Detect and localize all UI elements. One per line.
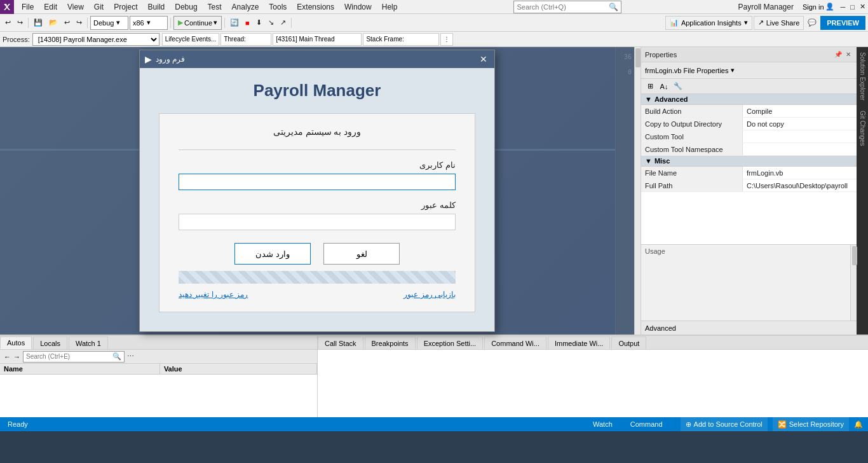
tab-output[interactable]: Output: [611, 336, 646, 349]
feedback-btn[interactable]: 💬: [805, 16, 819, 30]
source-control-icon: ⊕: [686, 420, 691, 429]
forward-btn[interactable]: ↪: [15, 16, 25, 30]
nav-back-icon[interactable]: ←: [4, 353, 11, 361]
debug-bottom-tabs: Autos Locals Watch 1: [0, 336, 317, 350]
build-action-name: Build Action: [641, 105, 743, 117]
menu-help[interactable]: Help: [377, 1, 403, 13]
menu-debug[interactable]: Debug: [170, 1, 202, 13]
stack-frame[interactable]: Stack Frame:: [363, 33, 439, 46]
pin-button[interactable]: 📌: [834, 50, 843, 59]
dialog-overlay: ▶ فرم ورود ✕ Payroll Manager ورود به سیس…: [0, 47, 634, 335]
process-selector[interactable]: [14308] Payroll Manager.exe: [32, 33, 159, 46]
process-bar: Process: [14308] Payroll Manager.exe Lif…: [0, 32, 868, 47]
menu-extensions[interactable]: Extensions: [292, 1, 339, 13]
build-action-value[interactable]: Compile: [743, 105, 857, 117]
thread-lifecycle[interactable]: Lifecycle Events...: [162, 33, 220, 46]
password-group: کلمه عبور: [179, 200, 456, 230]
full-path-prop-value: C:\Users\Rasoul\Desktop\payroll: [743, 179, 857, 191]
restore-button[interactable]: □: [848, 0, 857, 14]
tab-immediate[interactable]: Immediate Wi...: [548, 336, 610, 349]
select-repository-button[interactable]: 🔀 Select Repository: [773, 417, 849, 431]
nav-forward-icon[interactable]: →: [13, 353, 20, 361]
cancel-button[interactable]: لغو: [323, 243, 400, 265]
undo-btn[interactable]: ↩: [62, 16, 72, 30]
close-panel-button[interactable]: ✕: [844, 50, 853, 59]
notification-icon[interactable]: 🔔: [854, 420, 863, 429]
bottom-search-input[interactable]: [26, 353, 112, 360]
menu-view[interactable]: View: [62, 1, 89, 13]
menu-git[interactable]: Git: [89, 1, 109, 13]
right-side-tabs: Solution Explorer Git Changes: [857, 47, 868, 335]
step-in-btn[interactable]: ↘: [266, 16, 276, 30]
close-button[interactable]: ✕: [857, 0, 868, 14]
username-input[interactable]: [179, 174, 456, 190]
select-repo-label: Select Repository: [789, 420, 844, 428]
tab-call-stack[interactable]: Call Stack: [318, 336, 363, 349]
custom-tool-ns-value[interactable]: [743, 143, 857, 155]
custom-tool-value[interactable]: [743, 130, 857, 142]
continue-button[interactable]: ▶ Continue ▾: [173, 16, 222, 30]
stop-btn[interactable]: ■: [243, 16, 252, 30]
bottom-search-box[interactable]: 🔍: [23, 351, 125, 363]
chevron-down-icon3: ▾: [214, 18, 217, 27]
step-over-btn[interactable]: ⬇: [254, 16, 264, 30]
change-password-link[interactable]: رمز عبور را تغییر دهید: [179, 290, 248, 299]
alphabetical-btn[interactable]: A↓: [658, 80, 670, 93]
login-button[interactable]: وارد شدن: [234, 243, 311, 265]
tab-autos[interactable]: Autos: [0, 336, 32, 349]
prop-toolbar: ⊞ A↓ 🔧: [641, 79, 857, 94]
save-btn[interactable]: 💾: [31, 16, 45, 30]
application-insights-button[interactable]: 📊 Application Insights ▾: [665, 16, 752, 30]
global-search-input[interactable]: [517, 3, 609, 11]
redo-btn[interactable]: ↪: [74, 16, 85, 30]
file-name-prop-value: frmLogin.vb: [743, 167, 857, 179]
properties-btn[interactable]: 🔧: [672, 80, 684, 93]
global-search-box[interactable]: 🔍: [513, 1, 621, 13]
dialog-close-button[interactable]: ✕: [478, 53, 489, 65]
properties-title: Properties: [645, 51, 677, 59]
solution-explorer-tab[interactable]: Solution Explorer: [858, 47, 867, 106]
recover-password-link[interactable]: بازیابی رمز عبور: [403, 290, 456, 299]
live-share-button[interactable]: ↗ Live Share: [754, 16, 804, 30]
password-input[interactable]: [179, 214, 456, 230]
custom-tool-ns-name: Custom Tool Namespace: [641, 143, 743, 155]
menu-edit[interactable]: Edit: [39, 1, 62, 13]
advanced-section-header[interactable]: ▼ Advanced: [641, 94, 857, 105]
copy-to-output-value[interactable]: Do not copy: [743, 118, 857, 130]
restart-btn[interactable]: 🔄: [227, 16, 241, 30]
tab-locals[interactable]: Locals: [33, 336, 67, 349]
minimize-button[interactable]: ─: [838, 0, 848, 14]
back-btn[interactable]: ↩: [3, 16, 13, 30]
thread-expand[interactable]: ⋮: [440, 33, 453, 46]
stripe-decoration: [179, 271, 456, 284]
preview-button[interactable]: PREVIEW: [820, 16, 865, 30]
tab-watch1[interactable]: Watch 1: [69, 336, 108, 349]
usage-label: Usage: [641, 245, 857, 258]
main-toolbar: ↩ ↪ 💾 📂 ↩ ↪ Debug ▾ x86 ▾ ▶ Continue ▾ 🔄…: [0, 14, 868, 32]
main-editor: 36 0 ▶ فرم ورود ✕ Payroll Manager ورود ب…: [0, 47, 634, 335]
debug-config-dropdown[interactable]: Debug ▾: [90, 16, 128, 30]
open-btn[interactable]: 📂: [46, 16, 60, 30]
sign-in-button[interactable]: Sign in 👤: [799, 0, 838, 14]
thread-main[interactable]: [43161] Main Thread: [273, 33, 362, 46]
menu-analyze[interactable]: Analyze: [227, 1, 264, 13]
git-changes-tab[interactable]: Git Changes: [858, 106, 867, 151]
password-label: کلمه عبور: [179, 200, 456, 210]
misc-section-header[interactable]: ▼ Misc: [641, 156, 857, 167]
tab-command[interactable]: Command Wi...: [484, 336, 546, 349]
menu-file[interactable]: File: [17, 1, 39, 13]
platform-dropdown[interactable]: x86 ▾: [130, 16, 168, 30]
add-source-control-button[interactable]: ⊕ Add to Source Control: [681, 417, 768, 431]
tab-exception[interactable]: Exception Setti...: [417, 336, 484, 349]
menu-test[interactable]: Test: [203, 1, 227, 13]
link-row: رمز عبور را تغییر دهید بازیابی رمز عبور: [179, 284, 456, 299]
sep3: [170, 18, 171, 28]
tab-breakpoints[interactable]: Breakpoints: [365, 336, 416, 349]
step-out-btn[interactable]: ↗: [278, 16, 288, 30]
categorized-view-btn[interactable]: ⊞: [644, 80, 656, 93]
menu-build[interactable]: Build: [143, 1, 170, 13]
search-nav-btn[interactable]: ⋯: [127, 352, 134, 361]
menu-window[interactable]: Window: [339, 1, 377, 13]
menu-tools[interactable]: Tools: [264, 1, 292, 13]
menu-project[interactable]: Project: [109, 1, 142, 13]
